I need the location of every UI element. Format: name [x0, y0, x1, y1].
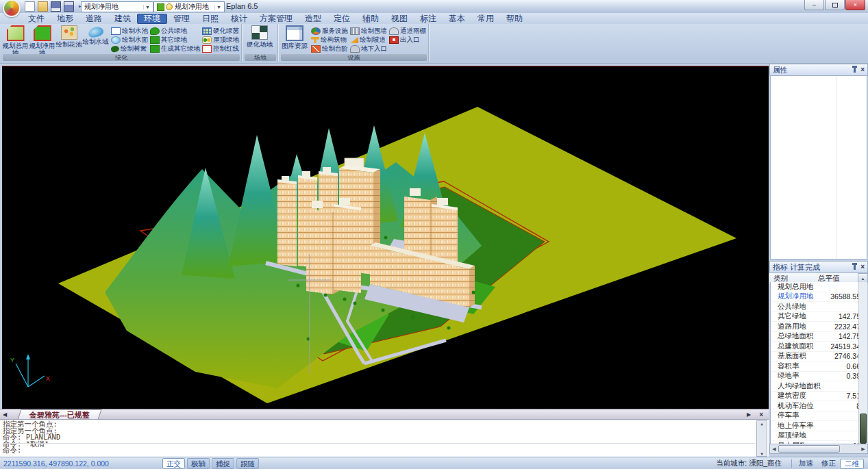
- menu-check[interactable]: 核计: [225, 14, 253, 23]
- table-row[interactable]: 地上停车率: [771, 421, 867, 431]
- draw-steps-button[interactable]: 绘制台阶: [311, 45, 348, 53]
- menu-modeling[interactable]: 造型: [299, 14, 327, 23]
- menu-road[interactable]: 道路: [79, 14, 108, 23]
- menu-scheme[interactable]: 方案管理: [253, 14, 299, 23]
- table-row[interactable]: 规划净用地36588.553: [771, 292, 867, 303]
- table-row[interactable]: 总绿地面积142.75: [771, 332, 867, 342]
- underground-entrance-button[interactable]: 地下入口: [350, 45, 387, 53]
- pool-icon: [111, 27, 121, 35]
- table-row[interactable]: 机动车泊位8: [771, 401, 867, 411]
- pin-icon[interactable]: [854, 265, 856, 270]
- menu-terrain[interactable]: 地形: [51, 14, 79, 23]
- ortho-toggle[interactable]: 正交: [162, 458, 185, 469]
- close-icon[interactable]: ×: [860, 66, 865, 73]
- horizontal-scrollbar[interactable]: ◀ ▶: [769, 444, 868, 454]
- menu-file[interactable]: 文件: [22, 14, 51, 23]
- pin-icon[interactable]: [854, 68, 856, 73]
- menu-view[interactable]: 视图: [385, 14, 414, 23]
- entrance-exit-button[interactable]: 出入口: [389, 36, 426, 45]
- hardened-site-button[interactable]: 硬化场地: [244, 25, 275, 55]
- minimize-button[interactable]: –: [804, 0, 824, 10]
- scroll-left-arrow[interactable]: ◀: [770, 446, 778, 452]
- table-row[interactable]: 总建筑面积24519.342: [771, 342, 867, 352]
- roof-green-button[interactable]: 屋顶绿地: [202, 36, 239, 45]
- menu-sunlight[interactable]: 日照: [196, 14, 225, 23]
- public-green-button[interactable]: 公共绿地: [150, 27, 200, 36]
- tab-scroll-left-icon[interactable]: ◀: [0, 411, 10, 418]
- scrollbar-thumb[interactable]: [860, 414, 867, 444]
- chevron-down-icon[interactable]: ▼: [143, 5, 151, 10]
- menu-help[interactable]: 帮助: [500, 14, 529, 23]
- draw-hedge-button[interactable]: 绘制树篱: [111, 45, 148, 53]
- close-button[interactable]: ×: [845, 0, 865, 10]
- open-file-icon[interactable]: [38, 1, 48, 12]
- close-icon[interactable]: ×: [860, 264, 865, 270]
- 2d-mode-button[interactable]: 二维: [840, 459, 864, 469]
- menu-building[interactable]: 建筑: [108, 14, 137, 23]
- table-row[interactable]: 绿地率0.39: [771, 372, 867, 382]
- draw-flowerbed-button[interactable]: 绘制花池: [55, 25, 82, 55]
- properties-panel-body[interactable]: [770, 75, 867, 259]
- accelerate-button[interactable]: 加速: [795, 459, 817, 468]
- new-file-icon[interactable]: [25, 1, 35, 12]
- table-row[interactable]: 人均绿地面积: [771, 381, 867, 392]
- draw-water-surface-button[interactable]: 绘制水面: [111, 36, 148, 45]
- layer-style-dropdown[interactable]: 规划净用地 ▼: [153, 1, 225, 12]
- ribbon-group-label: 场地: [245, 54, 276, 61]
- draw-ramp-button[interactable]: 绘制坡道: [350, 36, 387, 45]
- polar-toggle[interactable]: 极轴: [187, 458, 210, 469]
- scrollbar-thumb[interactable]: [778, 445, 840, 453]
- ribbon-group-greening: 规划总用地 规划净用地 绘制花池 绘制水域 绘制水池 绘制水面 绘制树: [1, 24, 242, 62]
- generate-other-green-button[interactable]: 生成其它绿地: [150, 45, 200, 53]
- command-scrollbar[interactable]: ▲ ▼: [756, 420, 767, 457]
- track-toggle[interactable]: 跟随: [236, 458, 259, 469]
- table-row[interactable]: 道路用地2232.47: [771, 322, 867, 332]
- chevron-down-icon[interactable]: ▼: [214, 5, 223, 10]
- menu-positioning[interactable]: 定位: [327, 14, 356, 23]
- canopy-button[interactable]: 通道雨棚: [389, 27, 426, 36]
- menu-assist[interactable]: 辅助: [356, 14, 385, 23]
- control-redline-button[interactable]: 控制红线: [202, 45, 239, 53]
- draw-water-area-button[interactable]: 绘制水域: [82, 25, 109, 55]
- menu-common[interactable]: 常用: [471, 14, 500, 23]
- table-row[interactable]: 屋顶绿地: [771, 431, 867, 442]
- app-logo-icon[interactable]: [3, 0, 21, 17]
- table-row[interactable]: 规划总用地: [771, 282, 867, 292]
- table-row[interactable]: 建筑密度7.51: [771, 392, 867, 402]
- restore-button[interactable]: [825, 0, 845, 10]
- fence-icon: [350, 27, 360, 35]
- snap-toggle[interactable]: 捕捉: [212, 458, 234, 469]
- scroll-up-arrow[interactable]: ▲: [760, 421, 763, 426]
- draw-structure-button[interactable]: 绘构筑物: [311, 36, 348, 45]
- menu-environment[interactable]: 环境: [137, 14, 167, 24]
- drawing-tab-active[interactable]: 金碧雅苑---已规整: [18, 409, 102, 420]
- draw-fence-button[interactable]: 绘制围墙: [350, 27, 387, 36]
- draw-pool-button[interactable]: 绘制水池: [111, 27, 148, 36]
- table-row[interactable]: 其它绿地142.75: [771, 312, 867, 322]
- plan-total-land-button[interactable]: 规划总用地: [2, 25, 29, 55]
- command-window[interactable]: 指定第一个角点: 指定另一个角点: 命令: PLANLAND 命令: *取消* …: [0, 419, 769, 457]
- correction-button[interactable]: 修正: [817, 459, 840, 468]
- table-row[interactable]: 公共绿地: [771, 302, 867, 312]
- tab-scroll-right-icon[interactable]: ▶: [744, 411, 754, 418]
- command-input[interactable]: 命令:: [3, 443, 755, 455]
- save-icon[interactable]: [51, 1, 61, 12]
- table-row[interactable]: 容积率0.66: [771, 362, 867, 372]
- plan-net-land-button[interactable]: 规划净用地: [29, 25, 55, 55]
- menu-basic[interactable]: 基本: [443, 14, 471, 23]
- other-green-button[interactable]: 其它绿地: [150, 36, 200, 45]
- land-type-dropdown[interactable]: 规划净用地 ▼: [81, 1, 153, 12]
- table-row[interactable]: 停车率: [771, 411, 867, 422]
- menu-manage[interactable]: 管理: [167, 14, 196, 23]
- hardened-green-button[interactable]: 硬化绿茵: [202, 27, 239, 36]
- scroll-right-arrow[interactable]: ▶: [859, 446, 867, 452]
- vertical-scrollbar[interactable]: [858, 282, 867, 445]
- menu-annotate[interactable]: 标注: [414, 14, 443, 23]
- service-facility-button[interactable]: 服务设施: [311, 27, 348, 36]
- viewport-3d[interactable]: Y X: [2, 66, 769, 409]
- scroll-down-arrow[interactable]: ▼: [760, 451, 763, 456]
- library-resources-button[interactable]: 图库资源: [280, 25, 309, 55]
- save-all-icon[interactable]: [64, 1, 74, 12]
- table-row[interactable]: 基底面积2746.34: [771, 352, 867, 362]
- tab-close-icon[interactable]: ×: [759, 411, 763, 418]
